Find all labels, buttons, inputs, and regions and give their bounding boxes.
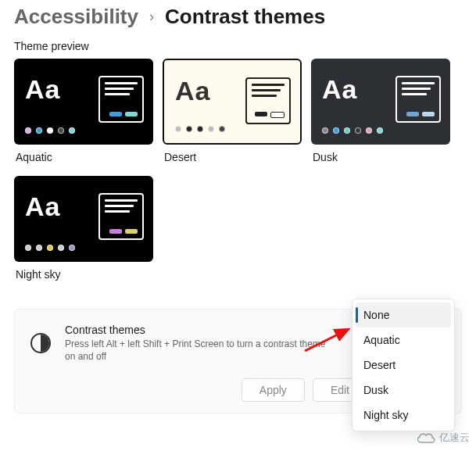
contrast-icon — [30, 333, 51, 353]
theme-thumbnail: Aa — [311, 59, 450, 145]
theme-thumbnail: Aa — [163, 59, 302, 145]
theme-grid: AaAquaticAaDesertAaDuskAaNight sky — [0, 52, 475, 284]
window-icon — [98, 76, 144, 123]
theme-card-aquatic[interactable]: AaAquatic — [14, 59, 153, 166]
chevron-right-icon: › — [149, 9, 154, 25]
annotation-arrow — [302, 324, 356, 356]
window-icon — [98, 193, 144, 240]
sample-text: Aa — [25, 74, 60, 105]
page-title: Contrast themes — [165, 5, 325, 29]
watermark: 亿速云 — [416, 431, 470, 445]
dropdown-item-none[interactable]: None — [356, 302, 451, 328]
breadcrumb-root[interactable]: Accessibility — [14, 5, 138, 29]
breadcrumb: Accessibility › Contrast themes — [0, 0, 476, 32]
theme-name: Desert — [163, 145, 302, 166]
apply-button[interactable]: Apply — [242, 378, 305, 402]
theme-name: Dusk — [311, 145, 450, 166]
palette-dots — [25, 127, 75, 134]
theme-card-desert[interactable]: AaDesert — [163, 59, 302, 166]
watermark-text: 亿速云 — [439, 431, 470, 445]
theme-thumbnail: Aa — [14, 176, 153, 262]
sample-text: Aa — [322, 74, 357, 105]
dropdown-item-night-sky[interactable]: Night sky — [356, 403, 451, 428]
svg-line-0 — [305, 329, 349, 351]
theme-dropdown-menu[interactable]: NoneAquaticDesertDuskNight sky — [352, 299, 455, 431]
sample-text: Aa — [175, 76, 210, 106]
panel-title: Contrast themes — [65, 324, 331, 336]
theme-name: Aquatic — [14, 145, 153, 166]
theme-card-dusk[interactable]: AaDusk — [311, 59, 450, 166]
section-label: Theme preview — [0, 32, 476, 52]
window-icon — [395, 76, 441, 123]
window-icon — [245, 77, 291, 124]
dropdown-item-dusk[interactable]: Dusk — [356, 378, 451, 403]
palette-dots — [25, 245, 75, 251]
palette-dots — [175, 126, 225, 132]
theme-name: Night sky — [14, 262, 153, 284]
palette-dots — [322, 127, 383, 134]
panel-subtitle: Press left Alt + left Shift + Print Scre… — [65, 338, 331, 363]
theme-card-night-sky[interactable]: AaNight sky — [14, 176, 153, 284]
dropdown-item-desert[interactable]: Desert — [356, 353, 451, 378]
dropdown-item-aquatic[interactable]: Aquatic — [356, 328, 451, 353]
sample-text: Aa — [25, 191, 60, 222]
theme-thumbnail: Aa — [14, 59, 153, 145]
